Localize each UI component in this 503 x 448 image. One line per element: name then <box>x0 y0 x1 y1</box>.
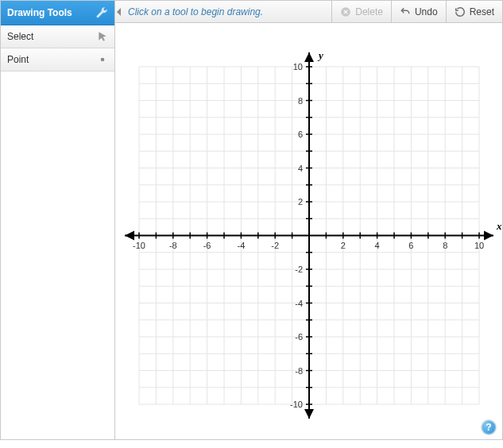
svg-text:y: y <box>317 49 323 61</box>
svg-text:-10: -10 <box>133 241 145 250</box>
svg-marker-49 <box>304 409 314 419</box>
svg-text:4: 4 <box>375 241 380 250</box>
point-icon <box>97 54 108 65</box>
help-button[interactable]: ? <box>482 420 496 434</box>
svg-text:10: 10 <box>474 241 484 250</box>
hint-text: Click on a tool to begin drawing. <box>123 1 331 22</box>
undo-button[interactable]: Undo <box>391 1 446 22</box>
toolbar: Click on a tool to begin drawing. Delete… <box>115 1 502 23</box>
svg-text:-10: -10 <box>290 400 303 409</box>
svg-text:2: 2 <box>298 197 303 207</box>
graph-canvas[interactable]: -10-8-6-4-2246810-10-8-6-4-2246810yx ? <box>115 23 502 439</box>
cursor-icon <box>97 31 108 42</box>
svg-point-0 <box>101 58 105 62</box>
delete-label: Delete <box>355 6 383 17</box>
sidebar-header: Drawing Tools <box>1 1 114 25</box>
svg-text:x: x <box>496 220 502 232</box>
tool-point[interactable]: Point <box>1 48 114 71</box>
collapse-sidebar-button[interactable] <box>115 1 123 22</box>
reset-button[interactable]: Reset <box>446 1 502 22</box>
svg-text:-2: -2 <box>271 241 279 250</box>
svg-text:-4: -4 <box>295 299 303 308</box>
undo-label: Undo <box>415 6 438 17</box>
undo-icon <box>400 6 411 17</box>
sidebar-title: Drawing Tools <box>7 7 72 18</box>
svg-text:-8: -8 <box>295 366 303 376</box>
tool-label: Select <box>7 31 33 42</box>
wrench-icon <box>95 6 108 19</box>
help-icon: ? <box>486 422 491 433</box>
svg-text:-8: -8 <box>169 241 177 250</box>
svg-text:8: 8 <box>443 241 447 250</box>
svg-text:10: 10 <box>293 62 303 71</box>
svg-text:2: 2 <box>341 241 346 250</box>
svg-marker-47 <box>125 231 134 241</box>
reset-icon <box>455 6 466 17</box>
tool-label: Point <box>7 54 29 65</box>
svg-text:6: 6 <box>408 241 413 250</box>
tool-select[interactable]: Select <box>1 25 114 48</box>
svg-text:-4: -4 <box>238 241 246 250</box>
reset-label: Reset <box>470 6 494 17</box>
svg-text:-6: -6 <box>203 241 211 250</box>
svg-text:4: 4 <box>298 164 303 173</box>
sidebar: Drawing Tools Select Point <box>1 1 115 439</box>
main-area: Click on a tool to begin drawing. Delete… <box>115 1 502 439</box>
svg-text:-2: -2 <box>295 265 303 274</box>
svg-text:6: 6 <box>298 129 303 139</box>
coordinate-grid: -10-8-6-4-2246810-10-8-6-4-2246810yx <box>115 23 502 439</box>
svg-marker-46 <box>484 231 493 241</box>
svg-text:8: 8 <box>298 96 303 106</box>
delete-icon <box>340 6 351 17</box>
app-root: Drawing Tools Select Point Click on a to… <box>0 0 503 440</box>
delete-button[interactable]: Delete <box>331 1 391 22</box>
svg-text:-6: -6 <box>295 332 303 342</box>
svg-marker-48 <box>304 52 314 62</box>
